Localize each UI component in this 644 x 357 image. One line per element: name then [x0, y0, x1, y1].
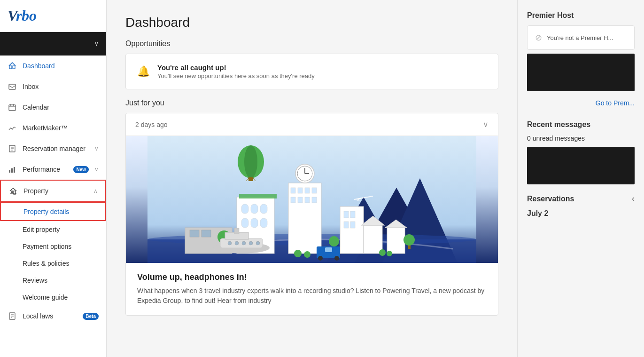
premier-host-card: ⊘ You're not a Premier H...: [527, 25, 635, 50]
dashboard-icon: [8, 61, 17, 71]
svg-rect-11: [14, 167, 15, 173]
calendar-icon: [8, 103, 17, 112]
logo-area: V r b o: [0, 0, 106, 32]
payment-options-label: Payment options: [23, 243, 71, 250]
svg-point-79: [304, 251, 310, 258]
jfy-content: Volume up, headphones in! What happens w…: [126, 263, 498, 315]
svg-point-72: [249, 241, 253, 245]
property-label: Property: [23, 187, 88, 195]
property-submenu: Property details Edit property Payment o…: [0, 202, 106, 306]
welcome-guide-label: Welcome guide: [23, 294, 68, 301]
svg-rect-6: [9, 84, 16, 89]
svg-rect-37: [260, 204, 267, 214]
svg-point-80: [379, 249, 386, 256]
reservation-manager-chevron: ∨: [94, 145, 99, 152]
svg-point-70: [235, 241, 239, 245]
reservations-header: Reservations ‹: [527, 194, 635, 204]
bell-icon: 🔔: [137, 65, 150, 78]
month-title: July 2: [527, 209, 635, 218]
jfy-chevron[interactable]: ∨: [483, 120, 489, 129]
inbox-icon: [8, 82, 17, 91]
jfy-header: 2 days ago ∨: [126, 113, 498, 136]
local-laws-label: Local laws: [23, 312, 77, 320]
svg-text:o: o: [29, 7, 37, 24]
dashboard-label: Dashboard: [23, 62, 99, 70]
not-premier-text: You're not a Premier H...: [547, 34, 613, 41]
reservations-title: Reservations: [527, 195, 574, 203]
svg-rect-45: [344, 222, 349, 228]
svg-rect-56: [248, 177, 253, 181]
property-selector[interactable]: ∨: [0, 32, 106, 56]
svg-rect-29: [312, 197, 317, 203]
property-details-label: Property details: [23, 208, 69, 215]
nav-item-inbox[interactable]: Inbox: [0, 76, 106, 97]
svg-point-81: [387, 251, 392, 256]
nav-item-local-laws[interactable]: Local laws Beta: [0, 306, 106, 326]
page-title: Dashboard: [125, 15, 498, 30]
svg-rect-46: [350, 222, 355, 228]
svg-rect-7: [9, 105, 16, 111]
main-content: Dashboard Opportunities 🔔 You're all cau…: [107, 0, 517, 357]
just-for-you-title: Just for you: [125, 99, 498, 107]
calendar-label: Calendar: [23, 103, 99, 111]
local-laws-badge: Beta: [83, 313, 99, 320]
inbox-label: Inbox: [23, 83, 99, 90]
svg-rect-52: [190, 230, 199, 237]
content-area: Dashboard Opportunities 🔔 You're all cau…: [107, 0, 517, 357]
submenu-welcome-guide[interactable]: Welcome guide: [0, 289, 106, 306]
opportunities-section-title: Opportunities: [125, 40, 498, 48]
svg-rect-75: [325, 247, 332, 252]
svg-rect-35: [241, 204, 248, 214]
nav-item-reservation-manager[interactable]: Reservation manager ∨: [0, 138, 106, 159]
property-icon: [8, 186, 18, 196]
sidebar: V r b o ∨ Dashboard Inbox: [0, 0, 107, 357]
premier-host-title: Premier Host: [527, 11, 635, 20]
opportunities-text: You're all caught up! You'll see new opp…: [157, 63, 315, 79]
messages-image: [527, 147, 635, 184]
svg-text:b: b: [22, 7, 30, 24]
city-svg: [126, 136, 498, 263]
jfy-illustration: [126, 136, 498, 263]
article-title: Volume up, headphones in!: [137, 272, 487, 282]
premier-host-image: [527, 54, 635, 91]
svg-rect-9: [9, 170, 10, 173]
svg-rect-49: [387, 228, 405, 254]
caught-up-sub: You'll see new opportunities here as soo…: [157, 72, 315, 79]
go-to-premier-link[interactable]: Go to Prem...: [596, 99, 635, 107]
svg-rect-40: [260, 218, 267, 228]
svg-point-77: [334, 256, 339, 261]
svg-point-78: [294, 250, 302, 257]
svg-rect-26: [291, 197, 295, 203]
premier-link-area: Go to Prem...: [527, 95, 635, 111]
svg-rect-39: [251, 218, 258, 228]
submenu-payment-options[interactable]: Payment options: [0, 238, 106, 255]
svg-point-73: [256, 241, 260, 245]
submenu-edit-property[interactable]: Edit property: [0, 221, 106, 238]
recent-messages-title: Recent messages: [527, 120, 635, 129]
submenu-property-details[interactable]: Property details: [0, 202, 106, 221]
opportunities-card: 🔔 You're all caught up! You'll see new o…: [125, 54, 498, 89]
svg-rect-43: [344, 211, 349, 218]
reservations-nav-left[interactable]: ‹: [632, 194, 635, 204]
nav-item-property[interactable]: Property ∧: [0, 180, 106, 202]
svg-point-71: [242, 241, 246, 245]
submenu-rules-policies[interactable]: Rules & policies: [0, 255, 106, 272]
reviews-label: Reviews: [23, 277, 47, 284]
submenu-reviews[interactable]: Reviews: [0, 272, 106, 289]
nav-item-dashboard[interactable]: Dashboard: [0, 56, 106, 76]
property-selector-chevron: ∨: [94, 40, 99, 47]
main-nav: Dashboard Inbox Calendar MarketMaker™: [0, 56, 106, 326]
performance-icon: [8, 165, 17, 174]
nav-item-calendar[interactable]: Calendar: [0, 97, 106, 118]
article-text: What happens when 3 travel industry expe…: [137, 286, 487, 306]
nav-item-marketmaker[interactable]: MarketMaker™: [0, 118, 106, 138]
svg-rect-21: [288, 183, 321, 254]
rules-policies-label: Rules & policies: [23, 260, 70, 267]
svg-rect-28: [305, 197, 310, 203]
svg-rect-4: [9, 66, 12, 69]
svg-rect-24: [305, 188, 310, 193]
jfy-date: 2 days ago: [135, 121, 168, 128]
nav-item-performance[interactable]: Performance New ∨: [0, 159, 106, 180]
performance-badge: New: [73, 166, 89, 173]
svg-rect-23: [298, 188, 303, 193]
